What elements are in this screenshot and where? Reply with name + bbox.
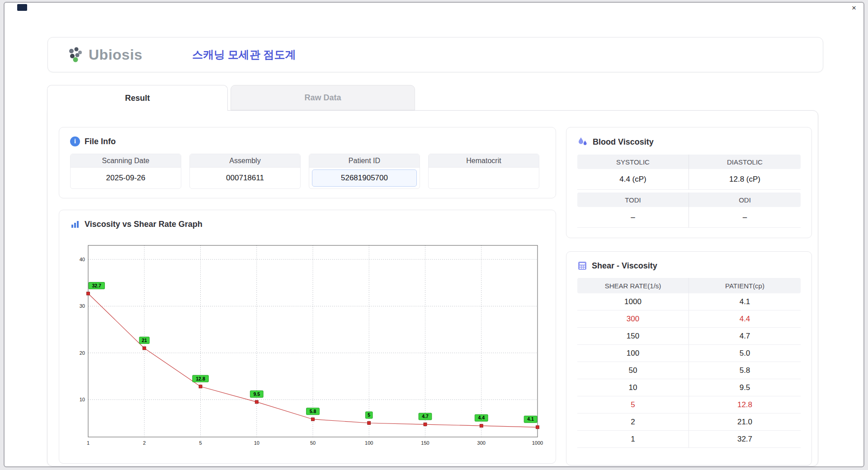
svg-text:10: 10	[80, 397, 85, 402]
table-row: 109.5	[577, 379, 801, 396]
shear-rate-cell: 5	[577, 396, 689, 413]
logo: Ubiosis	[67, 47, 142, 63]
title-bar: ×	[5, 3, 863, 14]
svg-text:12.8: 12.8	[196, 376, 205, 381]
shear-rate-cell: 1	[577, 431, 689, 447]
svg-text:32.7: 32.7	[92, 283, 101, 288]
table-row: 221.0	[577, 414, 801, 431]
patient-cell: 32.7	[689, 431, 801, 447]
table-row: 132.7	[577, 431, 801, 448]
svg-text:5: 5	[199, 440, 202, 446]
shear-table-body: 10004.13004.41504.71005.0505.8109.5512.8…	[577, 293, 801, 448]
table-grid-icon	[577, 261, 587, 271]
field-value: 2025-09-26	[71, 168, 181, 188]
svg-text:30: 30	[80, 303, 85, 309]
patient-cell: 5.0	[689, 345, 801, 362]
table-row: 10004.1	[577, 293, 801, 310]
bv-value: –	[689, 207, 801, 227]
file-info-field: Patient ID52681905700	[309, 154, 420, 189]
shear-viscosity-title: Shear - Viscosity	[592, 261, 657, 271]
svg-text:150: 150	[421, 440, 429, 446]
svg-text:21: 21	[142, 338, 147, 343]
info-icon: i	[70, 136, 80, 146]
file-info-field: Scanning Date2025-09-26	[70, 154, 181, 189]
shear-rate-cell: 100	[577, 345, 689, 362]
droplets-icon	[577, 136, 588, 147]
bv-value-row: 4.4 (cP)12.8 (cP)	[577, 169, 801, 190]
table-row: 505.8	[577, 362, 801, 379]
field-label: Hematocrit	[429, 154, 539, 168]
shear-viscosity-title-row: Shear - Viscosity	[577, 261, 801, 271]
bar-chart-icon	[70, 219, 80, 229]
blood-viscosity-card: Blood Viscosity SYSTOLICDIASTOLIC4.4 (cP…	[566, 127, 812, 238]
patient-cell: 4.1	[689, 293, 801, 310]
table-row: 512.8	[577, 396, 801, 414]
shear-rate-cell: 300	[577, 310, 689, 327]
blood-viscosity-title-row: Blood Viscosity	[577, 136, 801, 147]
shear-rate-cell: 1000	[577, 293, 689, 310]
patient-col-header: PATIENT(cp)	[689, 278, 801, 293]
shear-rate-cell: 2	[577, 414, 689, 430]
svg-text:2: 2	[143, 440, 146, 446]
blood-viscosity-grid: SYSTOLICDIASTOLIC4.4 (cP)12.8 (cP)TODIOD…	[577, 155, 801, 228]
table-row: 3004.4	[577, 310, 801, 328]
shear-rate-cell: 150	[577, 328, 689, 344]
svg-text:20: 20	[80, 350, 85, 356]
field-label: Patient ID	[309, 154, 420, 168]
bv-label: TODI	[577, 193, 689, 207]
file-info-title-row: i File Info	[70, 136, 545, 146]
field-value: 52681905700	[312, 169, 417, 187]
svg-text:5: 5	[368, 412, 370, 418]
ubiosis-logo-icon	[67, 47, 85, 63]
field-label: Scanning Date	[71, 154, 181, 168]
file-info-field: Assembly000718611	[189, 154, 301, 189]
bv-value: 12.8 (cP)	[689, 169, 801, 189]
svg-text:50: 50	[310, 440, 316, 446]
svg-text:1000: 1000	[532, 440, 543, 446]
graph-title: Viscosity vs Shear Rate Graph	[85, 220, 203, 229]
app-root: × Ubiosis 스캐닝 모세관 점도계 Result Raw Data	[0, 0, 868, 470]
graph-card: Viscosity vs Shear Rate Graph 1020304012…	[59, 210, 556, 464]
logo-text: Ubiosis	[89, 47, 142, 63]
window-artifact	[17, 4, 27, 11]
bv-value-row: ––	[577, 207, 801, 228]
shear-rate-cell: 50	[577, 362, 689, 379]
app-window: × Ubiosis 스캐닝 모세관 점도계 Result Raw Data	[4, 2, 864, 467]
patient-cell: 9.5	[689, 379, 801, 396]
bv-value: –	[577, 207, 689, 227]
file-info-card: i File Info Scanning Date2025-09-26Assem…	[59, 127, 556, 198]
file-info-fields: Scanning Date2025-09-26Assembly000718611…	[70, 154, 545, 189]
close-icon[interactable]: ×	[852, 4, 856, 13]
tab-result[interactable]: Result	[47, 85, 228, 111]
svg-text:4.4: 4.4	[478, 415, 485, 420]
patient-cell: 4.7	[689, 328, 801, 344]
result-panel: i File Info Scanning Date2025-09-26Assem…	[47, 110, 818, 466]
field-value	[429, 168, 539, 188]
svg-text:300: 300	[477, 440, 486, 446]
patient-cell: 21.0	[689, 414, 801, 430]
shear-viscosity-card: Shear - Viscosity SHEAR RATE(1/s) PATIEN…	[566, 251, 812, 465]
svg-text:40: 40	[80, 257, 85, 262]
viscosity-chart-svg: 102030401251050100150300100032.72112.89.…	[72, 236, 544, 455]
field-value: 000718611	[190, 168, 300, 188]
bv-label: DIASTOLIC	[689, 155, 801, 169]
header-card: Ubiosis 스캐닝 모세관 점도계	[47, 37, 823, 72]
graph-title-row: Viscosity vs Shear Rate Graph	[70, 219, 545, 229]
svg-text:1: 1	[87, 440, 90, 446]
viscosity-chart: 102030401251050100150300100032.72112.89.…	[72, 236, 544, 457]
svg-text:100: 100	[365, 440, 373, 446]
patient-cell: 12.8	[689, 396, 801, 413]
patient-cell: 5.8	[689, 362, 801, 379]
file-info-title: File Info	[85, 137, 116, 146]
tab-bar: Result Raw Data	[47, 85, 415, 110]
svg-text:5.8: 5.8	[310, 409, 316, 414]
svg-text:10: 10	[254, 440, 259, 446]
patient-cell: 4.4	[689, 310, 801, 327]
bv-value: 4.4 (cP)	[577, 169, 689, 189]
blood-viscosity-title: Blood Viscosity	[593, 137, 654, 147]
bv-header-row: TODIODI	[577, 193, 801, 207]
svg-text:4.1: 4.1	[527, 416, 534, 422]
shear-rate-cell: 10	[577, 379, 689, 396]
bv-header-row: SYSTOLICDIASTOLIC	[577, 155, 801, 169]
tab-raw-data[interactable]: Raw Data	[231, 85, 415, 110]
